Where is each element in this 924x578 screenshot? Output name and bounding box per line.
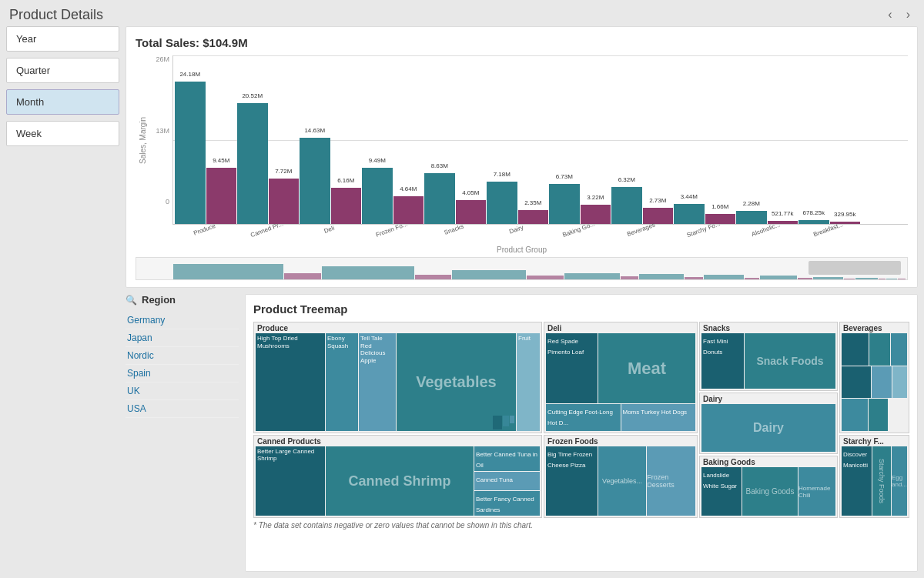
bar-label-beverages-purple: 2.73M: [649, 197, 666, 204]
bar-label-produce-teal: 24.18M: [179, 71, 200, 78]
treemap-section-snacks: Snacks Fast Mini Donuts Snack Foods: [699, 322, 838, 391]
bar-breakfast-teal[interactable]: 678.25k: [798, 220, 829, 224]
mini-bar-14: [798, 278, 812, 279]
bar-starchy-teal[interactable]: 3.44M: [674, 204, 705, 224]
region-item-usa[interactable]: USA: [126, 400, 239, 418]
bar-label-snacks-purple: 4.05M: [462, 189, 479, 196]
tm-baking-goods[interactable]: Baking Goods: [742, 467, 798, 516]
mini-bar-12: [745, 278, 759, 279]
bar-beverages-teal[interactable]: 6.32M: [611, 187, 642, 224]
tm-tuna-oil[interactable]: Better Canned Tuna in Oil: [474, 446, 540, 471]
tm-baking-goods-label: Baking Goods: [746, 487, 795, 496]
bar-baking-teal[interactable]: 6.73M: [549, 184, 580, 224]
tm-frozen-veg[interactable]: Vegetables...: [598, 446, 647, 516]
tm-bev-5[interactable]: [872, 366, 892, 399]
mini-bar-2: [284, 273, 321, 279]
chart-panel: Total Sales: $104.9M Sales, Margin 26M 1…: [126, 26, 918, 288]
tm-dairy[interactable]: Dairy: [701, 404, 835, 452]
bar-produce-teal[interactable]: 24.18M: [175, 82, 206, 224]
tm-bev-6[interactable]: [892, 366, 907, 399]
nav-next-button[interactable]: ›: [902, 6, 915, 23]
bar-snacks-teal[interactable]: 8.63M: [424, 173, 455, 224]
tm-bev-3[interactable]: [891, 333, 907, 366]
tm-vegetables-label: Vegetables: [416, 373, 497, 391]
tm-squash[interactable]: Ebony Squash: [326, 333, 358, 431]
filter-quarter[interactable]: Quarter: [6, 58, 119, 83]
produce-inner: High Top Dried Mushrooms Ebony Squash Te…: [254, 322, 541, 433]
tm-veg-sub-2: [503, 416, 509, 426]
nav-prev-button[interactable]: ‹: [883, 6, 896, 23]
treemap-container: Produce High Top Dried Mushrooms Ebony S…: [253, 322, 909, 518]
tm-canned-shrimp[interactable]: Canned Shrimp: [326, 446, 474, 516]
tm-vegetables[interactable]: Vegetables: [397, 333, 516, 431]
tm-mushrooms[interactable]: High Top Dried Mushrooms: [256, 333, 325, 431]
tm-turkey-label: Moms Turkey Hot Dogs: [623, 409, 688, 416]
tm-meat-label: Meat: [628, 359, 666, 379]
search-icon: 🔍: [126, 295, 137, 306]
dairy-section-label: Dairy: [700, 393, 725, 405]
tm-bev-4[interactable]: [842, 366, 871, 399]
starchy-section-label: Starchy F...: [840, 436, 887, 447]
bar-frozen-teal[interactable]: 9.49M: [362, 168, 393, 224]
mini-bar-5: [452, 270, 526, 279]
tm-donuts[interactable]: Fast Mini Donuts: [701, 333, 744, 389]
mini-bar-11: [704, 275, 745, 279]
bar-label-produce-purple: 9.45M: [213, 157, 229, 164]
tm-pimento[interactable]: Red Spade Pimento Loaf: [546, 333, 598, 403]
filter-month[interactable]: Month: [6, 89, 119, 115]
bar-dairy-teal[interactable]: 7.18M: [487, 182, 517, 224]
tm-egg[interactable]: Egg and...: [892, 446, 907, 516]
tm-manicotti[interactable]: Discover Manicotti: [842, 446, 872, 516]
tm-frozen-veg-label: Vegetables...: [602, 477, 642, 485]
mini-bar-18: [879, 279, 886, 279]
region-item-nordic[interactable]: Nordic: [126, 347, 239, 365]
bar-label-dairy-teal: 7.18M: [494, 171, 511, 178]
baking-section-label: Baking Goods: [700, 456, 758, 468]
tm-hot-dog[interactable]: Cutting Edge Foot-Long Hot D...: [546, 404, 621, 431]
tm-veg-sub: [493, 416, 514, 429]
tm-bev-1[interactable]: [842, 333, 869, 366]
tm-starchy-foods[interactable]: Starchy Foods: [872, 446, 891, 516]
treemap-panel: Product Treemap Produce: [245, 294, 918, 572]
bar-deli-teal[interactable]: 14.63M: [300, 138, 330, 224]
mini-bar-1: [173, 264, 283, 279]
region-item-japan[interactable]: Japan: [126, 329, 239, 347]
produce-label: Produce: [254, 322, 291, 334]
mini-bar-10: [685, 277, 703, 279]
tm-sardines[interactable]: Better Fancy Canned Sardines: [474, 491, 540, 516]
tm-frozen-pizza[interactable]: Big Time Frozen Cheese Pizza: [546, 446, 598, 516]
tm-sugar[interactable]: Landslide White Sugar: [701, 467, 742, 516]
tm-bev-2[interactable]: [869, 333, 891, 366]
bar-label-deli-teal: 14.63M: [304, 127, 325, 134]
main-content: Year Quarter Month Week Total Sales: $10…: [0, 26, 924, 578]
sidebar: Year Quarter Month Week: [6, 26, 126, 572]
tm-bev-7[interactable]: [842, 399, 868, 431]
tm-apple[interactable]: Tell Tale Red Delicious Apple: [359, 333, 396, 431]
bar-label-alcoholic-teal: 2.28M: [743, 200, 760, 207]
tm-fruit[interactable]: Fruit: [517, 333, 540, 431]
tm-meat[interactable]: Meat: [598, 333, 695, 403]
tm-shrimp-label-block[interactable]: Better Large Canned Shrimp: [256, 446, 325, 516]
bar-alcoholic-teal[interactable]: 2.28M: [736, 211, 767, 224]
region-item-spain[interactable]: Spain: [126, 365, 239, 383]
treemap-section-baking: Baking Goods Landslide White Sugar Bakin…: [699, 456, 838, 518]
tm-chili[interactable]: Homemade Chili: [798, 467, 835, 516]
tm-bev-8[interactable]: [869, 399, 888, 431]
treemap-footnote: * The data set contains negative or zero…: [253, 521, 909, 530]
tm-snack-foods[interactable]: Snack Foods: [745, 333, 835, 389]
bar-group-produce: 24.18M 9.45M: [175, 82, 236, 224]
mini-bar-20: [898, 279, 906, 279]
bar-canned-teal[interactable]: 20.52M: [237, 103, 268, 224]
tm-chili-label: Homemade Chili: [798, 485, 835, 499]
mini-chart[interactable]: [136, 257, 908, 280]
region-item-uk[interactable]: UK: [126, 383, 239, 400]
filter-year[interactable]: Year: [6, 26, 119, 52]
tm-frozen-desserts[interactable]: Frozen Desserts: [647, 446, 695, 516]
filter-week[interactable]: Week: [6, 121, 119, 146]
x-axis-title: Product Group: [136, 246, 908, 254]
tm-turkey[interactable]: Moms Turkey Hot Dogs: [621, 404, 696, 431]
bar-label-frozen-teal: 9.49M: [369, 157, 386, 164]
region-item-germany[interactable]: Germany: [126, 312, 239, 329]
mini-scrollbar[interactable]: [808, 261, 901, 275]
tm-canned-tuna[interactable]: Canned Tuna: [474, 472, 540, 490]
